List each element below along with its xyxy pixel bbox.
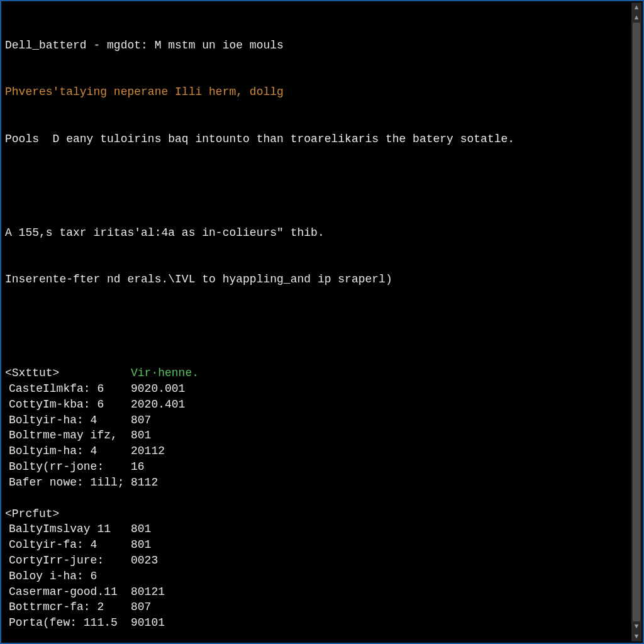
header-line-2: Phveres'talying neperane Illi herm, doll… <box>5 84 624 100</box>
blank <box>5 319 624 335</box>
row-value: 90101 <box>131 615 165 631</box>
data-row: BaltyImslvay 11801 <box>5 521 624 537</box>
header-line-5: Inserente-fter nd erals.\IVL to hyapplin… <box>5 272 624 287</box>
row-key: CortyIrr-jure: <box>5 553 131 569</box>
section-header: <Sxttut>Vir·henne. <box>5 365 624 381</box>
row-key: Bafer nowe: 1ill; <box>5 475 131 491</box>
row-key: BaltyImslvay 11 <box>5 521 131 537</box>
data-row: Boltyir-ha: 4807 <box>5 413 624 428</box>
data-row: Bottrmcr-fa: 2807 <box>5 599 624 615</box>
row-key: Boltrme-may ifz, <box>5 428 131 443</box>
data-row: CasteIlmkfa: 69020.001 <box>5 381 624 397</box>
row-key: Bolty(rr-jone: <box>5 459 131 475</box>
row-value: 0023 <box>131 553 158 569</box>
scroll-down-icon-2[interactable]: ▼ <box>631 631 641 641</box>
row-value: 801 <box>131 521 151 537</box>
blank <box>5 491 624 506</box>
data-row: Boltrme-may ifz,801 <box>5 428 624 443</box>
row-value: 8112 <box>131 475 158 491</box>
row-key: Casermar-good.11 <box>5 584 131 600</box>
row-value: 2020.401 <box>131 397 185 413</box>
data-row: CortyIrr-jure:0023 <box>5 553 624 569</box>
data-row: Bolty(rr-jone:16 <box>5 459 624 475</box>
section-title: <Prcfut> <box>5 506 131 522</box>
blank <box>5 631 624 643</box>
row-key: Coltyir-fa: 4 <box>5 537 131 553</box>
data-row: CottyIm-kba: 62020.401 <box>5 397 624 413</box>
header-line-1: Dell_batterd - mgdot: M mstm un ioe moul… <box>5 38 624 53</box>
data-row: Boloy i-ha: 6 <box>5 569 624 584</box>
section-title-right: Vir·henne. <box>131 365 199 381</box>
row-value: 9020.001 <box>131 381 185 397</box>
blank <box>5 178 624 194</box>
row-key: Boltyim-ha: 4 <box>5 443 131 459</box>
row-value: 80121 <box>131 584 165 600</box>
scroll-down-icon[interactable]: ▼ <box>631 621 641 631</box>
data-row: Porta(few: 111.590101 <box>5 615 624 631</box>
row-value: 16 <box>131 459 145 475</box>
scrollbar-thumb[interactable] <box>633 23 640 621</box>
scrollbar-track[interactable] <box>631 23 641 621</box>
header-line-4: A 155,s taxr iritas'al:4a as in-colieurs… <box>5 225 624 241</box>
row-key: Bottrmcr-fa: 2 <box>5 599 131 615</box>
row-value: 801 <box>131 428 151 443</box>
row-key: Porta(few: 111.5 <box>5 615 131 631</box>
data-row: Bafer nowe: 1ill;8112 <box>5 475 624 491</box>
section-header: <Prcfut> <box>5 506 624 522</box>
row-value: 807 <box>131 413 151 428</box>
vertical-scrollbar[interactable]: ▲ ▲ ▼ ▼ <box>631 3 641 641</box>
terminal-output: Dell_batterd - mgdot: M mstm un ioe moul… <box>1 1 630 643</box>
header-line-3: Pools D eany tuloirins baq intounto than… <box>5 131 624 147</box>
scroll-up-icon-2[interactable]: ▲ <box>631 13 641 23</box>
scroll-up-icon[interactable]: ▲ <box>631 3 641 13</box>
row-key: CasteIlmkfa: 6 <box>5 381 131 397</box>
row-value: 807 <box>131 599 151 615</box>
row-key: Boltyir-ha: 4 <box>5 413 131 428</box>
row-key: Boloy i-ha: 6 <box>5 569 131 584</box>
data-row: Casermar-good.1180121 <box>5 584 624 600</box>
row-value: 801 <box>131 537 151 553</box>
row-value: 20112 <box>131 443 165 459</box>
data-row: Coltyir-fa: 4801 <box>5 537 624 553</box>
section-title: <Sxttut> <box>5 365 131 381</box>
data-row: Boltyim-ha: 420112 <box>5 443 624 459</box>
row-key: CottyIm-kba: 6 <box>5 397 131 413</box>
